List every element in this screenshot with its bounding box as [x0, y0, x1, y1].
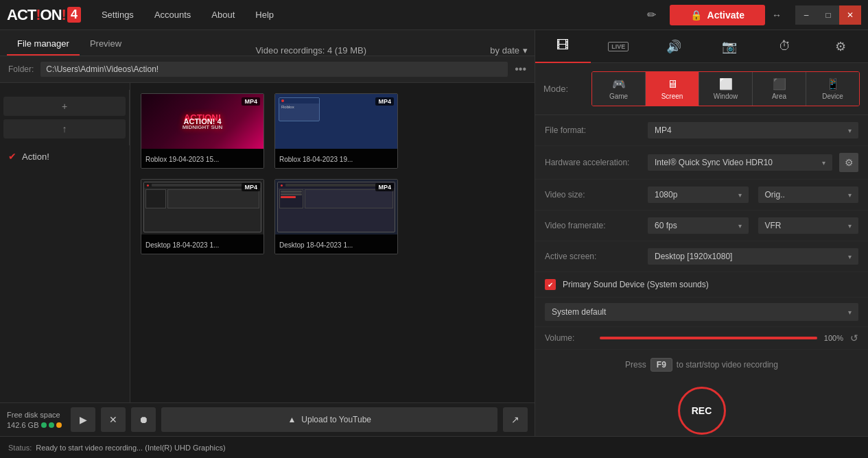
sort-by-date[interactable]: by date ▾: [490, 45, 528, 56]
hardware-accel-gear-button[interactable]: ⚙: [839, 153, 858, 172]
add-folder-button[interactable]: +: [3, 97, 126, 116]
recording-item[interactable]: ACTION! MIDNIGHT SUN MP4 Roblox 19-04-20…: [141, 93, 264, 169]
recording-label: Roblox 19-04-2023 15...: [141, 149, 263, 169]
mode-window-button[interactable]: ⬜ Window: [699, 72, 753, 106]
timer-icon: ⏱: [779, 39, 791, 53]
gamepad-icon: 🎮: [612, 77, 626, 91]
window-icon: ⬜: [719, 77, 733, 91]
folder-path[interactable]: C:\Users\Admin\Videos\Action!: [40, 62, 508, 77]
volume-slider[interactable]: [600, 337, 817, 339]
video-size-row: Video size: 1080p ▾ Orig.. ▾: [535, 180, 868, 210]
chevron-down-icon: ▾: [738, 191, 742, 199]
tab-preview[interactable]: Preview: [80, 33, 132, 56]
recording-label: Roblox 18-04-2023 19...: [275, 149, 397, 169]
video-size-value[interactable]: 1080p ▾: [648, 186, 749, 203]
active-screen-row: Active screen: Desktop [1920x1080] ▾: [535, 241, 868, 272]
video-framerate-label: Video framerate:: [545, 221, 641, 230]
bottom-bar: Free disk space 142.6 GB ▶ ✕ ⏺ ▲ Upload …: [0, 402, 535, 436]
folder-label: Folder:: [8, 64, 34, 74]
right-panel: 🎞 LIVE 🔊 📷 ⏱ ⚙ Mode:: [535, 30, 868, 436]
chevron-down-icon: ▾: [523, 45, 528, 56]
mode-section: Mode: 🎮 Game 🖥 Screen ⬜ Window: [535, 63, 868, 115]
status-label: Status:: [8, 444, 32, 452]
nav-about[interactable]: About: [211, 10, 235, 20]
screenshot-mode-button[interactable]: 📷: [701, 30, 757, 63]
chevron-down-icon: ▾: [848, 127, 852, 134]
upload-icon: ▲: [288, 415, 296, 424]
folder-menu-icon[interactable]: •••: [515, 63, 526, 75]
volume-label: Volume:: [545, 333, 593, 343]
file-format-row: File format: MP4 ▾: [535, 115, 868, 146]
record-button[interactable]: ⏺: [131, 407, 156, 432]
maximize-button[interactable]: □: [817, 5, 839, 25]
settings-icon-button[interactable]: ⚙: [812, 30, 868, 63]
video-size-ratio-value[interactable]: Orig.. ▾: [758, 186, 859, 203]
mode-device-button[interactable]: 📱 Device: [806, 72, 859, 106]
video-framerate-row: Video framerate: 60 fps ▾ VFR ▾: [535, 210, 868, 241]
activate-button[interactable]: 🔒 Activate: [670, 5, 765, 25]
primary-sound-row: ✔ Primary Sound Device (System sounds): [535, 272, 868, 298]
film-icon: 🎞: [556, 38, 569, 53]
tab-file-manager[interactable]: File manager: [7, 33, 80, 56]
check-icon: ✔: [8, 151, 16, 162]
recording-item[interactable]: MP4 Desktop 18-04-2023 1...: [274, 179, 398, 254]
nav-accounts[interactable]: Accounts: [154, 10, 191, 20]
recording-item[interactable]: Roblox MP4 Roblox 18-04-2023 19...: [274, 93, 398, 169]
audio-mode-button[interactable]: 🔊: [646, 30, 702, 63]
folder-bar: Folder: C:\Users\Admin\Videos\Action! ••…: [0, 56, 535, 83]
chevron-down-icon: ▾: [848, 191, 852, 199]
close-button[interactable]: ✕: [839, 5, 861, 25]
upload-folder-button[interactable]: ↑: [3, 119, 126, 138]
video-framerate-value[interactable]: 60 fps ▾: [648, 217, 749, 234]
nav-help[interactable]: Help: [255, 10, 274, 20]
mode-buttons: 🎮 Game 🖥 Screen ⬜ Window ⬛ Area: [591, 71, 860, 106]
hint-text: to start/stop video recording: [677, 360, 778, 370]
pencil-icon[interactable]: ✏: [647, 8, 656, 21]
file-format-value[interactable]: MP4 ▾: [648, 122, 858, 138]
play-button[interactable]: ▶: [71, 407, 95, 432]
live-badge: LIVE: [608, 42, 629, 51]
volume-row: Volume: 100% ↺: [535, 327, 868, 350]
rec-area: REC: [535, 380, 868, 436]
disk-value: 142.6 GB: [7, 421, 38, 429]
recordings-info: Video recordings: 4 (19 MB): [132, 45, 490, 56]
video-mode-icon-button[interactable]: 🎞: [535, 30, 591, 63]
volume-percent: 100%: [824, 334, 843, 342]
press-hint-row: Press F9 to start/stop video recording: [535, 350, 868, 380]
gear-icon: ⚙: [835, 39, 846, 54]
recording-badge: MP4: [242, 183, 260, 191]
live-mode-button[interactable]: LIVE: [591, 30, 646, 63]
video-framerate-mode-value[interactable]: VFR ▾: [758, 217, 859, 234]
speaker-icon: 🔊: [666, 39, 681, 54]
volume-reset-button[interactable]: ↺: [850, 333, 858, 344]
audio-device-dropdown[interactable]: System default ▾: [545, 303, 858, 321]
mode-screen-button[interactable]: 🖥 Screen: [646, 72, 699, 106]
key-f9: F9: [650, 358, 672, 372]
timer-mode-button[interactable]: ⏱: [757, 30, 812, 63]
stop-button[interactable]: ✕: [101, 407, 126, 432]
rec-button[interactable]: REC: [678, 387, 726, 435]
export-button[interactable]: ↗: [503, 407, 528, 432]
volume-fill: [600, 337, 817, 339]
disk-dots: [41, 422, 62, 428]
chevron-down-icon: ▾: [822, 159, 825, 167]
nav-settings[interactable]: Settings: [102, 10, 134, 20]
minimize-button[interactable]: –: [795, 5, 817, 25]
recording-item[interactable]: MP4 Desktop 18-04-2023 1...: [141, 179, 264, 254]
sidebar-item-action[interactable]: ✔ Action!: [0, 145, 130, 167]
recording-label: Desktop 18-04-2023 1...: [275, 234, 397, 254]
right-icon-bar: 🎞 LIVE 🔊 📷 ⏱ ⚙: [535, 30, 868, 63]
audio-device-row: System default ▾: [535, 298, 868, 327]
status-text: Ready to start video recording... (Intel…: [36, 444, 225, 452]
primary-sound-checkbox[interactable]: ✔: [545, 279, 556, 290]
active-screen-value[interactable]: Desktop [1920x1080] ▾: [648, 248, 858, 265]
chevron-down-icon: ▾: [848, 222, 852, 230]
hardware-accel-value[interactable]: Intel® Quick Sync Video HDR10 ▾: [648, 154, 832, 171]
mode-area-button[interactable]: ⬛ Area: [753, 72, 806, 106]
area-icon: ⬛: [773, 77, 786, 91]
mode-game-button[interactable]: 🎮 Game: [592, 72, 646, 106]
recording-label: Desktop 18-04-2023 1...: [141, 234, 263, 254]
primary-sound-label: Primary Sound Device (System sounds): [563, 280, 709, 289]
sidebar-list: + ↑ ✔ Action!: [0, 83, 130, 402]
upload-youtube-button[interactable]: ▲ Upload to YouTube: [161, 407, 497, 432]
